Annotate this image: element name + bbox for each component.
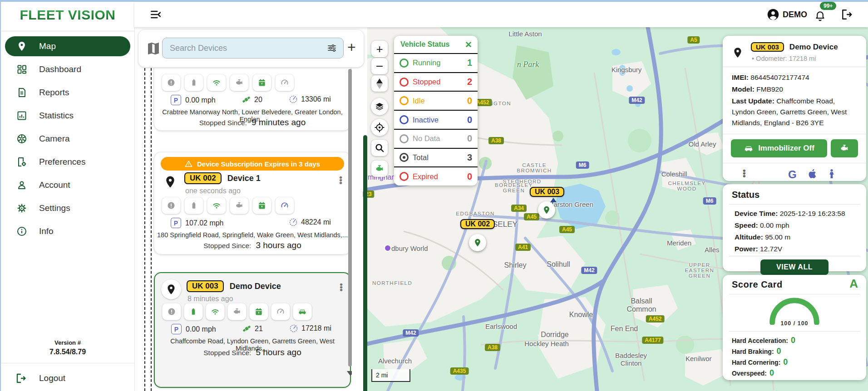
header-logout-icon[interactable]: [841, 9, 853, 20]
map-view-icon[interactable]: [146, 41, 161, 56]
alert-chip-icon[interactable]: [162, 74, 181, 91]
score-value: 100 / 100: [723, 320, 866, 327]
logout-icon: [15, 373, 26, 384]
add-device-button[interactable]: +: [347, 39, 356, 56]
card-menu-icon[interactable]: •••: [339, 176, 342, 184]
engine-chip-icon[interactable]: [230, 74, 249, 91]
wifi-chip-icon[interactable]: [207, 197, 226, 214]
sidebar-item-map[interactable]: Map: [5, 36, 130, 56]
immobilizer-button[interactable]: Immobilizer Off: [731, 139, 827, 157]
map-town-label: Dorridge: [541, 331, 568, 339]
vehicle-marker[interactable]: [469, 234, 486, 251]
status-row-expired[interactable]: Expired 0: [394, 166, 478, 186]
notification-bell-icon[interactable]: [814, 10, 826, 21]
running-ring-icon: [399, 59, 409, 68]
score-card: Score Card A 100 / 100 Hard Acceleration…: [723, 275, 866, 380]
scroll-down-icon[interactable]: [347, 371, 352, 376]
search-input[interactable]: [162, 38, 344, 59]
map-area-label: CHELMSLEY WOOD: [662, 181, 712, 191]
sidebar-item-preferences[interactable]: Preferences: [5, 152, 130, 172]
battery-chip-icon[interactable]: [184, 74, 203, 91]
status-row-value: 0.00 mph: [760, 221, 789, 229]
apple-maps-icon[interactable]: [807, 168, 818, 179]
stopped-since: Stopped Since:3 hours ago: [154, 240, 350, 250]
detail-menu-icon[interactable]: •••: [743, 169, 746, 177]
route-badge: M42: [629, 97, 645, 104]
speedometer-chip-icon[interactable]: [271, 303, 290, 320]
sidebar-item-statistics[interactable]: Statistics: [5, 106, 130, 126]
wifi-chip-icon[interactable]: [207, 74, 226, 91]
map-town-label: Alvechurch: [378, 357, 412, 365]
user-avatar-icon[interactable]: [767, 8, 779, 21]
map-search-button[interactable]: [371, 140, 388, 156]
zoom-in-button[interactable]: +: [371, 41, 388, 57]
sidebar-item-camera[interactable]: Camera: [5, 129, 130, 149]
sidebar-item-reports[interactable]: Reports: [5, 83, 130, 103]
score-row-label: Overspeed:: [732, 370, 767, 377]
gear-icon: [16, 203, 27, 214]
divider: [729, 331, 860, 332]
battery-chip-icon[interactable]: [184, 197, 203, 214]
vehicle-marker-plate[interactable]: UK 002: [460, 219, 495, 229]
status-row: Device Time: 2025-12-19 16:23:58: [735, 208, 845, 220]
divider: [723, 134, 866, 134]
layers-button[interactable]: [371, 98, 388, 115]
google-maps-icon[interactable]: G: [788, 168, 797, 181]
view-all-button[interactable]: VIEW ALL: [760, 259, 829, 275]
engine-chip-icon[interactable]: [230, 197, 249, 214]
battery-chip-icon[interactable]: [184, 303, 203, 320]
locate-button[interactable]: [371, 119, 388, 136]
close-icon[interactable]: ✕: [465, 39, 472, 50]
device-card[interactable]: P 0.00 mph 20 13306 mi Crabtree Manorway…: [154, 68, 351, 131]
satellite-stat: 20: [242, 95, 262, 104]
vehicle-marker[interactable]: [538, 201, 555, 219]
compass-button[interactable]: [371, 75, 388, 92]
car-chip-icon[interactable]: [293, 303, 312, 320]
filter-tune-icon[interactable]: [326, 43, 337, 54]
panel-map-divider[interactable]: [363, 135, 367, 391]
sidebar-item-account[interactable]: Account: [5, 175, 130, 195]
model-label: Model:: [732, 85, 755, 93]
alert-chip-icon[interactable]: [162, 197, 181, 214]
status-label: Stopped: [413, 78, 463, 86]
speedometer-chip-icon[interactable]: [275, 74, 294, 91]
street-view-pegman-icon[interactable]: [826, 168, 837, 179]
status-row-inactive[interactable]: Inactive 0: [394, 110, 478, 129]
sidebar-logout[interactable]: Logout: [1, 368, 134, 388]
speed-value: 0.00 mph: [186, 325, 216, 333]
status-count: 0: [467, 115, 472, 125]
odometer-stat: 48224 mi: [289, 218, 331, 227]
alert-chip-icon[interactable]: [162, 303, 181, 320]
list-scrollbar[interactable]: [348, 69, 352, 367]
collapse-menu-icon[interactable]: [150, 9, 162, 20]
sidebar-item-dashboard[interactable]: Dashboard: [5, 59, 130, 79]
device-card[interactable]: Device Subscription Expires in 3 days UK…: [154, 152, 351, 254]
route-badge: M42: [581, 267, 597, 274]
engine-chip-icon[interactable]: [227, 303, 247, 320]
status-row-idle[interactable]: Idle 0: [394, 91, 478, 110]
sidebar-item-info[interactable]: Info: [5, 221, 130, 241]
sidebar-item-settings[interactable]: Settings: [5, 198, 130, 218]
sidebar-item-label: Preferences: [39, 157, 85, 167]
status-count: 3: [467, 152, 472, 163]
device-card-selected[interactable]: UK 003 Demo Device 8 minutes ago ••• P 0…: [154, 272, 351, 388]
status-row: Power: 12.72V: [735, 243, 782, 255]
map-engine-button[interactable]: [371, 161, 388, 177]
subscription-chip-icon[interactable]: [252, 197, 271, 214]
engine-action-button[interactable]: [831, 139, 858, 157]
subscription-chip-icon[interactable]: [252, 74, 271, 91]
status-row-label: Speed:: [735, 221, 758, 229]
status-row-running[interactable]: Running 1: [394, 53, 478, 72]
status-row-nodata[interactable]: No Data 0: [394, 129, 478, 148]
speedometer-chip-icon[interactable]: [275, 197, 294, 214]
status-row-stopped[interactable]: Stopped 2: [394, 72, 478, 91]
card-menu-icon[interactable]: •••: [340, 283, 343, 291]
zoom-out-button[interactable]: −: [371, 58, 388, 74]
route-badge: M6: [703, 197, 716, 205]
status-row-total[interactable]: Total 3: [394, 148, 478, 167]
wifi-chip-icon[interactable]: [206, 303, 225, 320]
score-row-value: 0: [769, 368, 774, 377]
subscription-chip-icon[interactable]: [249, 303, 268, 320]
vehicle-marker-plate[interactable]: UK 003: [530, 187, 564, 197]
detail-last-update-row: Last Update: Chaffcombe Road, Lyndon Gre…: [732, 96, 858, 128]
